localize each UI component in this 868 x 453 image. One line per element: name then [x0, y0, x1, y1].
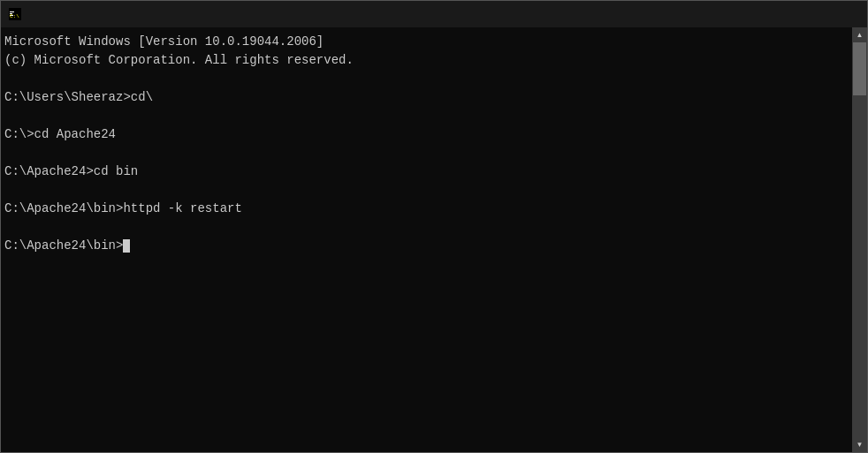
- cmd-window: C:\ Microsoft Windows [Version 10.0.1904…: [0, 0, 868, 453]
- cmd-icon: C:\: [8, 7, 22, 21]
- maximize-button[interactable]: [779, 1, 819, 27]
- scroll-down-button[interactable]: ▼: [852, 437, 867, 452]
- svg-rect-1: [10, 11, 14, 12]
- scrollbar[interactable]: ▲ ▼: [852, 27, 867, 452]
- cursor: [123, 239, 130, 253]
- svg-text:C:\: C:\: [10, 13, 19, 19]
- title-bar: C:\: [1, 1, 867, 27]
- window-controls: [738, 1, 860, 27]
- terminal-output[interactable]: Microsoft Windows [Version 10.0.19044.20…: [1, 27, 852, 452]
- minimize-button[interactable]: [738, 1, 779, 27]
- terminal-area: Microsoft Windows [Version 10.0.19044.20…: [1, 27, 867, 452]
- scrollbar-track: [852, 42, 867, 437]
- scrollbar-thumb[interactable]: [853, 42, 866, 95]
- close-button[interactable]: [819, 1, 860, 27]
- scroll-up-button[interactable]: ▲: [852, 27, 867, 42]
